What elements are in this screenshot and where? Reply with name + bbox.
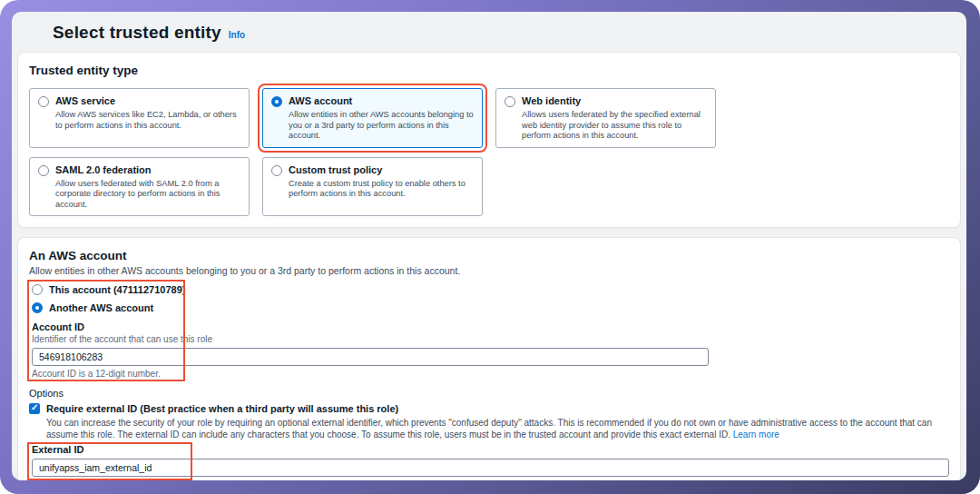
an-aws-account-panel: An AWS account Allow entities in other A… (17, 237, 961, 480)
radio-unchecked-icon[interactable] (505, 96, 515, 107)
account-choice-group: This account (471112710789) Another AWS … (29, 283, 949, 379)
tile-saml-federation[interactable]: SAML 2.0 federation Allow users federate… (29, 157, 250, 217)
tile-label: Web identity (522, 95, 707, 107)
purple-frame-border: Select trusted entity Info Trusted entit… (0, 0, 980, 494)
page-header: Select trusted entity Info (17, 19, 961, 52)
account-id-input[interactable] (32, 348, 709, 366)
console-page: Select trusted entity Info Trusted entit… (12, 12, 966, 480)
tile-aws-account[interactable]: AWS account Allow entities in other AWS … (262, 88, 483, 148)
radio-another-aws-account[interactable]: Another AWS account (32, 301, 949, 314)
trusted-entity-type-title: Trusted entity type (29, 64, 949, 77)
options-label: Options (29, 388, 949, 399)
page-title: Select trusted entity (53, 23, 221, 43)
radio-label: Another AWS account (49, 301, 153, 314)
account-id-description: Identifier of the account that can use t… (32, 334, 949, 344)
tile-description: Allow users federated with SAML 2.0 from… (55, 179, 240, 211)
radio-this-account[interactable]: This account (471112710789) (32, 283, 949, 296)
tile-description: Allow AWS services like EC2, Lambda, or … (55, 110, 240, 131)
radio-unchecked-icon[interactable] (38, 96, 49, 107)
radio-unchecked-icon[interactable] (32, 284, 43, 295)
external-id-label: External ID (32, 444, 949, 455)
trusted-entity-type-panel: Trusted entity type AWS service Allow AW… (17, 52, 961, 228)
account-id-hint: Account ID is a 12-digit number. (32, 369, 949, 379)
external-id-learn-more-link[interactable]: Learn more (733, 430, 779, 440)
tile-label: AWS account (289, 95, 474, 107)
external-id-input[interactable] (32, 459, 949, 477)
tile-label: AWS service (55, 95, 240, 107)
radio-checked-icon[interactable] (271, 96, 282, 107)
tile-description: Allows users federated by the specified … (522, 110, 707, 142)
require-external-id-label: Require external ID (Best practice when … (46, 402, 398, 415)
screenshot-stage: Select trusted entity Info Trusted entit… (0, 0, 980, 494)
tile-label: Custom trust policy (289, 164, 474, 176)
account-id-label: Account ID (32, 321, 949, 332)
tile-description: Create a custom trust policy to enable o… (289, 179, 474, 200)
trusted-entity-tiles: AWS service Allow AWS services like EC2,… (29, 88, 949, 216)
radio-label: This account (471112710789) (49, 283, 185, 296)
radio-unchecked-icon[interactable] (271, 165, 282, 176)
tile-custom-trust-policy[interactable]: Custom trust policy Create a custom trus… (262, 157, 483, 217)
checkbox-checked-icon[interactable] (29, 403, 40, 414)
tile-web-identity[interactable]: Web identity Allows users federated by t… (495, 88, 716, 148)
external-id-field-group: External ID (29, 444, 949, 477)
an-aws-account-description: Allow entities in other AWS accounts bel… (29, 265, 949, 276)
radio-checked-icon[interactable] (32, 302, 43, 313)
tile-aws-service[interactable]: AWS service Allow AWS services like EC2,… (29, 88, 250, 148)
info-link[interactable]: Info (229, 30, 245, 40)
tile-description: Allow entities in other AWS accounts bel… (289, 110, 474, 142)
an-aws-account-title: An AWS account (29, 249, 949, 262)
radio-unchecked-icon[interactable] (38, 165, 49, 176)
external-id-description: You can increase the security of your ro… (46, 417, 949, 440)
require-external-id-checkbox-row[interactable]: Require external ID (Best practice when … (29, 402, 949, 415)
tile-label: SAML 2.0 federation (55, 164, 240, 176)
